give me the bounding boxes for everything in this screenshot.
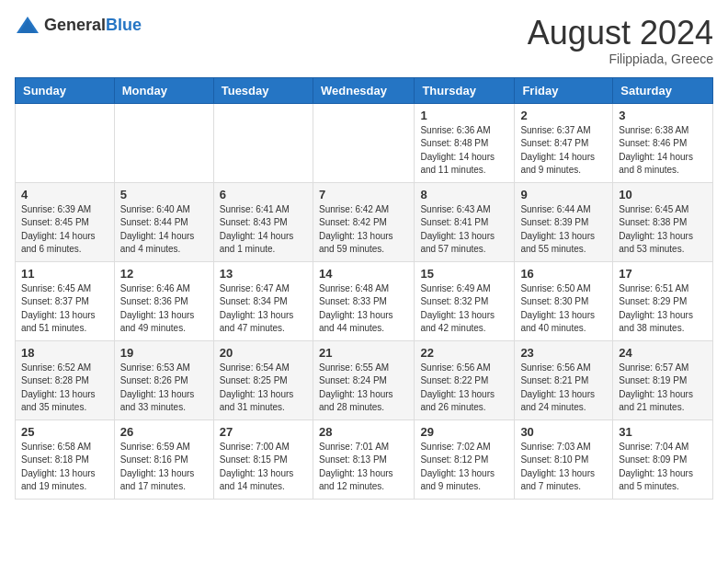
calendar-cell: 3Sunrise: 6:38 AM Sunset: 8:46 PM Daylig… [613,103,713,182]
day-info: Sunrise: 6:41 AM Sunset: 8:43 PM Dayligh… [220,203,307,257]
day-number: 23 [520,346,607,360]
day-number: 15 [420,267,508,281]
day-number: 5 [120,188,208,201]
calendar-cell: 11Sunrise: 6:45 AM Sunset: 8:37 PM Dayli… [16,261,115,340]
weekday-header-wednesday: Wednesday [313,77,414,103]
day-number: 11 [21,267,108,281]
day-info: Sunrise: 6:36 AM Sunset: 8:48 PM Dayligh… [420,124,508,178]
day-info: Sunrise: 7:04 AM Sunset: 8:09 PM Dayligh… [619,441,707,494]
day-number: 4 [21,188,108,201]
calendar-cell: 16Sunrise: 6:50 AM Sunset: 8:30 PM Dayli… [515,261,613,340]
calendar-cell [313,103,414,182]
calendar-cell: 29Sunrise: 7:02 AM Sunset: 8:12 PM Dayli… [415,419,515,499]
day-info: Sunrise: 6:58 AM Sunset: 8:18 PM Dayligh… [21,441,108,494]
calendar-cell: 10Sunrise: 6:45 AM Sunset: 8:38 PM Dayli… [613,182,713,261]
logo-blue: Blue [106,16,142,34]
day-info: Sunrise: 6:51 AM Sunset: 8:29 PM Dayligh… [619,282,707,336]
calendar-cell: 25Sunrise: 6:58 AM Sunset: 8:18 PM Dayli… [16,419,115,499]
weekday-header-tuesday: Tuesday [213,77,313,103]
calendar-cell: 20Sunrise: 6:54 AM Sunset: 8:25 PM Dayli… [213,340,313,419]
calendar-cell: 30Sunrise: 7:03 AM Sunset: 8:10 PM Dayli… [515,419,613,499]
day-number: 13 [220,267,307,281]
day-number: 7 [319,188,408,201]
day-number: 10 [619,188,707,201]
page-header: GeneralBlue August 2024 Filippiada, Gree… [15,15,713,66]
weekday-header-saturday: Saturday [613,77,713,103]
day-number: 22 [420,346,508,360]
day-number: 28 [319,425,408,439]
calendar-cell: 21Sunrise: 6:55 AM Sunset: 8:24 PM Dayli… [313,340,414,419]
day-info: Sunrise: 7:02 AM Sunset: 8:12 PM Dayligh… [420,441,508,494]
day-info: Sunrise: 6:40 AM Sunset: 8:44 PM Dayligh… [120,203,208,257]
calendar-cell: 27Sunrise: 7:00 AM Sunset: 8:15 PM Dayli… [213,419,313,499]
day-info: Sunrise: 7:00 AM Sunset: 8:15 PM Dayligh… [220,441,307,494]
calendar-cell: 9Sunrise: 6:44 AM Sunset: 8:39 PM Daylig… [515,182,613,261]
calendar-cell: 23Sunrise: 6:56 AM Sunset: 8:21 PM Dayli… [515,340,613,419]
day-number: 1 [420,109,508,122]
day-number: 27 [220,425,307,439]
weekday-header-friday: Friday [515,77,613,103]
calendar-cell: 6Sunrise: 6:41 AM Sunset: 8:43 PM Daylig… [213,182,313,261]
day-number: 6 [220,188,307,201]
day-info: Sunrise: 6:48 AM Sunset: 8:33 PM Dayligh… [319,282,408,336]
day-number: 12 [120,267,208,281]
day-info: Sunrise: 6:52 AM Sunset: 8:28 PM Dayligh… [21,362,108,415]
day-number: 29 [420,425,508,439]
day-info: Sunrise: 6:54 AM Sunset: 8:25 PM Dayligh… [220,362,307,415]
day-number: 21 [319,346,408,360]
calendar-cell: 13Sunrise: 6:47 AM Sunset: 8:34 PM Dayli… [213,261,313,340]
calendar-cell [114,103,213,182]
day-info: Sunrise: 6:43 AM Sunset: 8:41 PM Dayligh… [420,203,508,257]
weekday-header-monday: Monday [114,77,213,103]
calendar-table: SundayMondayTuesdayWednesdayThursdayFrid… [15,77,713,500]
calendar-cell: 24Sunrise: 6:57 AM Sunset: 8:19 PM Dayli… [613,340,713,419]
day-number: 20 [220,346,307,360]
logo: GeneralBlue [15,15,142,35]
day-info: Sunrise: 6:44 AM Sunset: 8:39 PM Dayligh… [520,203,607,257]
day-info: Sunrise: 6:49 AM Sunset: 8:32 PM Dayligh… [420,282,508,336]
calendar-week-4: 18Sunrise: 6:52 AM Sunset: 8:28 PM Dayli… [16,340,713,419]
day-info: Sunrise: 6:45 AM Sunset: 8:38 PM Dayligh… [619,203,707,257]
calendar-week-2: 4Sunrise: 6:39 AM Sunset: 8:45 PM Daylig… [16,182,713,261]
day-number: 31 [619,425,707,439]
day-number: 19 [120,346,208,360]
day-info: Sunrise: 6:53 AM Sunset: 8:26 PM Dayligh… [120,362,208,415]
day-number: 3 [619,109,707,122]
day-info: Sunrise: 6:50 AM Sunset: 8:30 PM Dayligh… [520,282,607,336]
month-year: August 2024 [528,15,713,52]
day-number: 25 [21,425,108,439]
calendar-week-5: 25Sunrise: 6:58 AM Sunset: 8:18 PM Dayli… [16,419,713,499]
day-info: Sunrise: 6:57 AM Sunset: 8:19 PM Dayligh… [619,362,707,415]
calendar-cell: 4Sunrise: 6:39 AM Sunset: 8:45 PM Daylig… [16,182,115,261]
day-info: Sunrise: 6:47 AM Sunset: 8:34 PM Dayligh… [220,282,307,336]
calendar-cell: 8Sunrise: 6:43 AM Sunset: 8:41 PM Daylig… [415,182,515,261]
day-number: 16 [520,267,607,281]
calendar-cell: 14Sunrise: 6:48 AM Sunset: 8:33 PM Dayli… [313,261,414,340]
calendar-cell: 15Sunrise: 6:49 AM Sunset: 8:32 PM Dayli… [415,261,515,340]
logo-icon [15,15,40,35]
day-number: 18 [21,346,108,360]
weekday-header-sunday: Sunday [16,77,115,103]
calendar-cell: 7Sunrise: 6:42 AM Sunset: 8:42 PM Daylig… [313,182,414,261]
day-number: 2 [520,109,607,122]
day-info: Sunrise: 6:56 AM Sunset: 8:22 PM Dayligh… [420,362,508,415]
day-number: 26 [120,425,208,439]
day-info: Sunrise: 7:03 AM Sunset: 8:10 PM Dayligh… [520,441,607,494]
day-info: Sunrise: 6:59 AM Sunset: 8:16 PM Dayligh… [120,441,208,494]
day-info: Sunrise: 6:45 AM Sunset: 8:37 PM Dayligh… [21,282,108,336]
day-number: 14 [319,267,408,281]
logo-general: General [44,16,106,34]
calendar-week-3: 11Sunrise: 6:45 AM Sunset: 8:37 PM Dayli… [16,261,713,340]
day-number: 8 [420,188,508,201]
calendar-cell: 22Sunrise: 6:56 AM Sunset: 8:22 PM Dayli… [415,340,515,419]
calendar-cell: 12Sunrise: 6:46 AM Sunset: 8:36 PM Dayli… [114,261,213,340]
day-info: Sunrise: 7:01 AM Sunset: 8:13 PM Dayligh… [319,441,408,494]
title-block: August 2024 Filippiada, Greece [528,15,713,66]
calendar-cell [213,103,313,182]
day-info: Sunrise: 6:37 AM Sunset: 8:47 PM Dayligh… [520,124,607,178]
calendar-cell: 31Sunrise: 7:04 AM Sunset: 8:09 PM Dayli… [613,419,713,499]
day-info: Sunrise: 6:56 AM Sunset: 8:21 PM Dayligh… [520,362,607,415]
calendar-cell [16,103,115,182]
calendar-cell: 18Sunrise: 6:52 AM Sunset: 8:28 PM Dayli… [16,340,115,419]
calendar-cell: 2Sunrise: 6:37 AM Sunset: 8:47 PM Daylig… [515,103,613,182]
